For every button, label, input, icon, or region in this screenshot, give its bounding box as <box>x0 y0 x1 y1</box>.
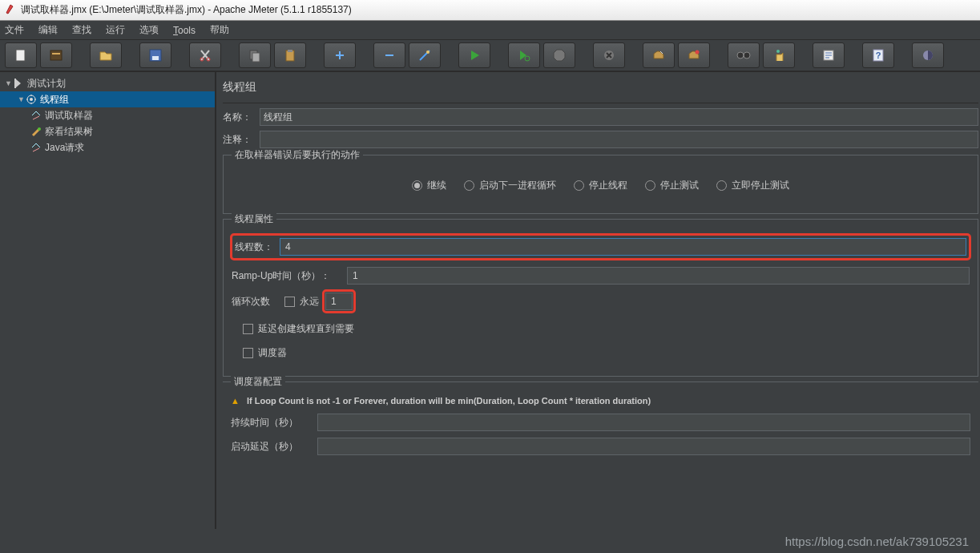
tree-item-label: 线程组 <box>40 93 69 107</box>
ramp-input[interactable] <box>347 267 970 285</box>
radio-label: 停止测试 <box>660 179 699 192</box>
shutdown-icon[interactable] <box>593 42 625 68</box>
radio-continue[interactable]: 继续 <box>412 179 446 192</box>
svg-rect-10 <box>288 50 292 52</box>
threads-label: 线程数： <box>235 240 273 254</box>
menu-file[interactable]: 文件 <box>5 23 24 37</box>
reset-search-icon[interactable] <box>763 42 795 68</box>
svg-rect-4 <box>152 56 159 60</box>
delay-create-checkbox[interactable] <box>243 324 253 334</box>
svg-rect-2 <box>52 53 60 54</box>
comment-input[interactable] <box>260 131 978 148</box>
startup-delay-input[interactable] <box>317 438 970 455</box>
svg-point-24 <box>30 98 33 101</box>
save-icon[interactable] <box>139 42 171 68</box>
radio-label: 立即停止测试 <box>732 179 789 192</box>
radio-next-loop[interactable]: 启动下一进程循环 <box>464 179 556 192</box>
templates-icon[interactable] <box>40 42 72 68</box>
test-plan-tree[interactable]: ▼ 测试计划 ▼ 线程组 调试取样器 察看结果树 Java请求 <box>0 72 216 529</box>
paste-icon[interactable] <box>274 42 306 68</box>
radio-label: 启动下一进程循环 <box>479 179 556 192</box>
themes-icon[interactable] <box>912 42 944 68</box>
cut-icon[interactable] <box>189 42 221 68</box>
watermark: https://blog.csdn.net/ak739105231 <box>0 529 980 553</box>
menu-run[interactable]: 运行 <box>106 23 125 37</box>
menu-edit[interactable]: 编辑 <box>38 23 58 37</box>
scheduler-legend: 调度器配置 <box>231 375 285 389</box>
radio-label: 停止线程 <box>589 179 627 192</box>
loop-input[interactable] <box>325 293 353 310</box>
menubar: 文件 编辑 查找 运行 选项 Tools 帮助 <box>0 21 980 40</box>
tree-item-thread-group[interactable]: ▼ 线程组 <box>0 91 215 107</box>
radio-stop-test[interactable]: 停止测试 <box>645 179 699 192</box>
warning-icon: ▲ <box>231 396 240 406</box>
function-helper-icon[interactable] <box>813 42 845 68</box>
svg-point-25 <box>38 127 41 131</box>
help-icon[interactable]: ? <box>862 42 894 68</box>
scheduler-label: 调度器 <box>258 346 287 360</box>
tree-item-java-request[interactable]: Java请求 <box>0 139 215 155</box>
name-label: 名称： <box>223 111 260 124</box>
menu-search[interactable]: 查找 <box>72 23 91 37</box>
tree-root[interactable]: ▼ 测试计划 <box>0 75 215 91</box>
svg-point-16 <box>744 52 750 59</box>
forever-label: 永远 <box>300 296 319 307</box>
panel-heading: 线程组 <box>223 80 978 95</box>
tree-item-view-results-tree[interactable]: 察看结果树 <box>0 123 215 139</box>
forever-checkbox[interactable] <box>284 297 295 307</box>
tree-item-label: 察看结果树 <box>45 125 93 139</box>
tree-item-label: 调试取样器 <box>45 109 93 123</box>
clear-icon[interactable] <box>643 42 675 68</box>
thread-props-legend: 线程属性 <box>232 212 276 226</box>
name-input[interactable] <box>260 108 978 126</box>
menu-tools[interactable]: Tools <box>173 25 196 36</box>
radio-label: 继续 <box>427 179 446 192</box>
delay-create-label: 延迟创建线程直到需要 <box>258 322 354 336</box>
svg-text:?: ? <box>876 50 881 60</box>
toggle-icon[interactable] <box>409 42 441 68</box>
app-icon <box>5 3 16 17</box>
open-icon[interactable] <box>90 42 122 68</box>
svg-point-12 <box>525 56 530 61</box>
svg-rect-8 <box>252 53 260 62</box>
copy-icon[interactable] <box>239 42 271 68</box>
svg-point-11 <box>426 50 430 54</box>
thread-group-panel: 线程组 名称： 注释： 在取样器错误后要执行的动作 继续 启动下一进程循环 停止… <box>216 72 980 529</box>
svg-point-15 <box>737 52 744 59</box>
start-no-timers-icon[interactable] <box>508 42 540 68</box>
menu-options[interactable]: 选项 <box>139 23 159 37</box>
new-icon[interactable] <box>5 42 37 68</box>
start-icon[interactable] <box>458 42 490 68</box>
collapse-icon[interactable] <box>373 42 405 68</box>
delay-label: 启动延迟（秒） <box>231 440 311 454</box>
window-title: 调试取样器.jmx (E:\Jmeter\调试取样器.jmx) - Apache… <box>21 3 352 17</box>
search-icon[interactable] <box>728 42 760 68</box>
duration-label: 持续时间（秒） <box>231 416 311 430</box>
tree-item-debug-sampler[interactable]: 调试取样器 <box>0 107 215 123</box>
scheduler-warning: If Loop Count is not -1 or Forever, dura… <box>247 396 651 406</box>
threads-input[interactable] <box>280 238 966 256</box>
comment-label: 注释： <box>223 133 260 147</box>
stop-icon[interactable] <box>543 42 575 68</box>
window-titlebar: 调试取样器.jmx (E:\Jmeter\调试取样器.jmx) - Apache… <box>0 0 980 21</box>
clear-all-icon[interactable] <box>678 42 710 68</box>
error-action-legend: 在取样器错误后要执行的动作 <box>232 148 363 162</box>
toolbar: ? <box>0 40 980 72</box>
loop-label: 循环次数 <box>232 295 270 309</box>
radio-stop-test-now[interactable]: 立即停止测试 <box>716 179 789 192</box>
svg-rect-1 <box>50 50 62 60</box>
svg-point-17 <box>776 50 780 53</box>
svg-point-14 <box>696 50 700 54</box>
menu-help[interactable]: 帮助 <box>210 23 229 37</box>
radio-stop-thread[interactable]: 停止线程 <box>574 179 627 192</box>
svg-rect-0 <box>16 50 25 61</box>
scheduler-checkbox[interactable] <box>243 348 253 358</box>
expand-icon[interactable] <box>324 42 356 68</box>
duration-input[interactable] <box>317 414 970 431</box>
svg-rect-22 <box>14 79 16 88</box>
tree-root-label: 测试计划 <box>27 77 66 91</box>
ramp-label: Ramp-Up时间（秒）： <box>232 269 341 283</box>
tree-item-label: Java请求 <box>45 141 84 155</box>
